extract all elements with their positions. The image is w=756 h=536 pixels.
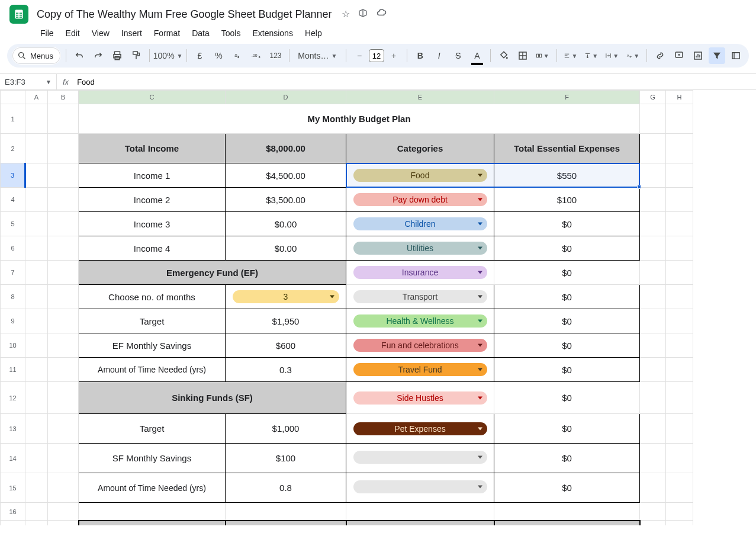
bold-icon[interactable]: B bbox=[412, 47, 429, 64]
row-header-10[interactable]: 10 bbox=[1, 333, 25, 358]
cell-d14[interactable]: $100 bbox=[226, 444, 346, 473]
percent-icon[interactable]: % bbox=[211, 47, 227, 64]
cell-e8[interactable]: Transport bbox=[346, 285, 494, 309]
cell-e15[interactable] bbox=[346, 473, 494, 503]
formula-input[interactable] bbox=[75, 74, 756, 89]
cell-c4[interactable]: Income 2 bbox=[79, 188, 226, 212]
undo-icon[interactable] bbox=[71, 47, 88, 64]
borders-icon[interactable] bbox=[514, 47, 531, 64]
col-header-G[interactable]: G bbox=[640, 91, 666, 104]
insert-link-icon[interactable] bbox=[652, 47, 668, 64]
text-wrap-icon[interactable]: ▼ bbox=[603, 47, 621, 64]
italic-icon[interactable]: I bbox=[431, 47, 448, 64]
insert-comment-icon[interactable] bbox=[671, 47, 687, 64]
cell-d8[interactable]: 3 bbox=[226, 285, 346, 309]
decrease-decimal-icon[interactable]: .0 bbox=[230, 47, 246, 64]
menu-format[interactable]: Format bbox=[149, 26, 185, 40]
chip-food[interactable]: Food bbox=[353, 169, 487, 182]
cell-c11[interactable]: Amount of Time Needed (yrs) bbox=[79, 358, 226, 382]
cell-e11[interactable]: Travel Fund bbox=[346, 358, 494, 382]
row-header-2[interactable]: 2 bbox=[1, 134, 25, 163]
cell-e12[interactable]: Side Hustles bbox=[346, 382, 494, 414]
cell-f6[interactable]: $0 bbox=[494, 236, 640, 261]
cell-d3[interactable]: $4,500.00 bbox=[226, 163, 346, 188]
row-header-11[interactable]: 11 bbox=[1, 358, 25, 382]
cell-d11[interactable]: 0.3 bbox=[226, 358, 346, 382]
hdr-monthly-essential[interactable]: Monthly Essential Expenses bbox=[79, 521, 226, 526]
chip-transport[interactable]: Transport bbox=[353, 290, 487, 303]
cell-f8[interactable]: $0 bbox=[494, 285, 640, 309]
cell-f12[interactable]: $0 bbox=[494, 382, 640, 414]
chip-fun[interactable]: Fun and celebrations bbox=[353, 339, 487, 352]
hdr-essential-expenses[interactable]: Total Essential Expenses bbox=[494, 134, 640, 163]
row-header-9[interactable]: 9 bbox=[1, 309, 25, 333]
cell-f5[interactable]: $0 bbox=[494, 212, 640, 236]
cell-d15[interactable]: 0.8 bbox=[226, 473, 346, 503]
cell-e9[interactable]: Health & Wellness bbox=[346, 309, 494, 333]
cell-c15[interactable]: Amount of Time Needed (yrs) bbox=[79, 473, 226, 503]
col-header-C[interactable]: C bbox=[79, 91, 226, 104]
chip-insurance[interactable]: Insurance bbox=[353, 266, 487, 279]
hdr-income-amount[interactable]: $8,000.00 bbox=[226, 134, 346, 163]
menu-data[interactable]: Data bbox=[187, 26, 214, 40]
menu-file[interactable]: File bbox=[36, 26, 59, 40]
cell-f4[interactable]: $100 bbox=[494, 188, 640, 212]
cell-d6[interactable]: $0.00 bbox=[226, 236, 346, 261]
name-box[interactable]: E3:F3▼ bbox=[0, 74, 57, 89]
v-align-icon[interactable]: ▼ bbox=[582, 47, 600, 64]
cell-e7[interactable]: Insurance bbox=[346, 261, 494, 285]
cloud-icon[interactable] bbox=[376, 8, 387, 20]
cell-f7[interactable]: $0 bbox=[494, 261, 640, 285]
cell-d10[interactable]: $600 bbox=[226, 333, 346, 358]
cell-e4[interactable]: Pay down debt bbox=[346, 188, 494, 212]
more-formats-icon[interactable]: 123 bbox=[268, 47, 284, 64]
chip-pet[interactable]: Pet Expenses bbox=[353, 422, 487, 435]
hdr-total-income[interactable]: Total Income bbox=[79, 134, 226, 163]
menu-edit[interactable]: Edit bbox=[61, 26, 85, 40]
row-header-13[interactable]: 13 bbox=[1, 414, 25, 444]
cell-d13[interactable]: $1,000 bbox=[226, 414, 346, 444]
doc-title[interactable]: Copy of The Wealthy Mum Free Google Shee… bbox=[34, 7, 334, 22]
chip-children[interactable]: Children bbox=[353, 217, 487, 230]
cell-e14[interactable] bbox=[346, 444, 494, 473]
cell-d4[interactable]: $3,500.00 bbox=[226, 188, 346, 212]
row-header-3[interactable]: 3 bbox=[1, 163, 25, 188]
cell-c5[interactable]: Income 3 bbox=[79, 212, 226, 236]
chip-months[interactable]: 3 bbox=[233, 290, 339, 303]
col-header-E[interactable]: E bbox=[346, 91, 494, 104]
cell-c8[interactable]: Choose no. of months bbox=[79, 285, 226, 309]
chip-side-hustles[interactable]: Side Hustles bbox=[353, 391, 487, 405]
chip-debt[interactable]: Pay down debt bbox=[353, 193, 487, 206]
row-header-14[interactable]: 14 bbox=[1, 444, 25, 473]
print-icon[interactable] bbox=[109, 47, 126, 64]
text-color-icon[interactable]: A bbox=[469, 47, 485, 64]
cell-e13[interactable]: Pet Expenses bbox=[346, 414, 494, 444]
fill-color-icon[interactable] bbox=[496, 47, 512, 64]
insert-chart-icon[interactable] bbox=[690, 47, 706, 64]
cell-f11[interactable]: $0 bbox=[494, 358, 640, 382]
strikethrough-icon[interactable]: S bbox=[450, 47, 467, 64]
sheet-title[interactable]: My Monthly Budget Plan bbox=[79, 104, 640, 134]
toolbar-more-icon[interactable] bbox=[728, 47, 744, 64]
font-size-input[interactable] bbox=[369, 49, 384, 62]
cell-f9[interactable]: $0 bbox=[494, 309, 640, 333]
menu-extensions[interactable]: Extensions bbox=[247, 26, 297, 40]
sf-header[interactable]: Sinking Funds (SF) bbox=[79, 382, 346, 414]
cell-f13[interactable]: $0 bbox=[494, 414, 640, 444]
cell-f15[interactable]: $0 bbox=[494, 473, 640, 503]
ef-header[interactable]: Emergency Fund (EF) bbox=[79, 261, 346, 285]
row-header-8[interactable]: 8 bbox=[1, 285, 25, 309]
menu-help[interactable]: Help bbox=[300, 26, 327, 40]
cell-c14[interactable]: SF Monthly Savings bbox=[79, 444, 226, 473]
increase-decimal-icon[interactable]: .00 bbox=[249, 47, 265, 64]
cell-e6[interactable]: Utilities bbox=[346, 236, 494, 261]
cell-d9[interactable]: $1,950 bbox=[226, 309, 346, 333]
row-header-1[interactable]: 1 bbox=[1, 104, 25, 134]
star-icon[interactable]: ☆ bbox=[342, 8, 350, 20]
col-header-B[interactable]: B bbox=[48, 91, 79, 104]
paint-format-icon[interactable] bbox=[128, 47, 144, 64]
cell-c13[interactable]: Target bbox=[79, 414, 226, 444]
menu-insert[interactable]: Insert bbox=[117, 26, 147, 40]
cell-e10[interactable]: Fun and celebrations bbox=[346, 333, 494, 358]
cell-c6[interactable]: Income 4 bbox=[79, 236, 226, 261]
